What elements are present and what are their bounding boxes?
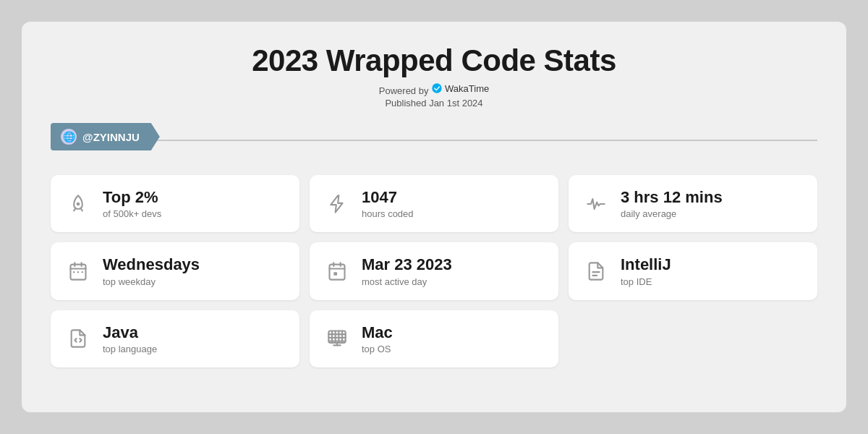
- pulse-icon: [583, 191, 609, 217]
- stat-sub-most-active-day: most active day: [362, 276, 452, 287]
- stat-sub-top-language: top language: [103, 344, 157, 354]
- wakatime-name: WakaTime: [445, 83, 489, 94]
- os-icon: [324, 326, 350, 352]
- stat-sub-hours-coded: hours coded: [362, 208, 414, 219]
- stat-sub-top-weekday: top weekday: [103, 276, 200, 287]
- stat-text-top-ide: IntelliJ top IDE: [621, 255, 671, 286]
- stat-main-top-weekday: Wednesdays: [103, 255, 200, 274]
- powered-by-text: Powered by: [379, 85, 429, 96]
- main-card: 2023 Wrapped Code Stats Powered by WakaT…: [22, 22, 846, 412]
- avatar-icon: 🌐: [61, 129, 77, 145]
- calendar2-icon: [324, 258, 350, 284]
- published-date: Published Jan 1st 2024: [51, 98, 817, 109]
- page-title: 2023 Wrapped Code Stats: [51, 43, 817, 78]
- svg-rect-13: [333, 272, 337, 276]
- code-icon: [65, 326, 91, 352]
- username-banner: 🌐 @ZYINNJU: [51, 123, 817, 158]
- lightning-icon: [324, 191, 350, 217]
- stat-card-top-percent: Top 2% of 500k+ devs: [51, 175, 299, 232]
- stat-text-most-active-day: Mar 23 2023 most active day: [362, 255, 452, 286]
- stat-card-hours-coded: 1047 hours coded: [310, 175, 558, 232]
- stat-main-top-percent: Top 2%: [103, 188, 161, 207]
- svg-point-1: [77, 202, 80, 205]
- stat-main-top-os: Mac: [362, 323, 393, 342]
- wakatime-check-icon: [431, 82, 443, 94]
- stat-text-daily-average: 3 hrs 12 mins daily average: [621, 188, 723, 219]
- stat-card-top-os: Mac top OS: [310, 310, 558, 367]
- calendar-icon: [65, 258, 91, 284]
- stat-text-top-os: Mac top OS: [362, 323, 393, 354]
- username-tag: 🌐 @ZYINNJU: [51, 123, 160, 150]
- rocket-icon: [65, 191, 91, 217]
- stat-sub-top-percent: of 500k+ devs: [103, 208, 161, 219]
- stat-main-most-active-day: Mar 23 2023: [362, 255, 452, 274]
- stat-text-top-percent: Top 2% of 500k+ devs: [103, 188, 161, 219]
- svg-point-0: [432, 83, 441, 93]
- username-text: @ZYINNJU: [82, 131, 140, 143]
- svg-rect-9: [330, 265, 345, 280]
- stat-text-top-language: Java top language: [103, 323, 157, 354]
- stat-sub-top-os: top OS: [362, 344, 393, 354]
- stat-card-most-active-day: Mar 23 2023 most active day: [310, 242, 558, 299]
- file-icon: [583, 258, 609, 284]
- header: 2023 Wrapped Code Stats Powered by WakaT…: [51, 43, 817, 109]
- stat-sub-top-ide: top IDE: [621, 276, 671, 287]
- stats-grid: Top 2% of 500k+ devs 1047 hours coded: [51, 175, 817, 367]
- wakatime-logo: WakaTime: [431, 82, 489, 94]
- stat-main-top-ide: IntelliJ: [621, 255, 671, 274]
- stat-card-top-language: Java top language: [51, 310, 299, 367]
- stat-card-top-weekday: Wednesdays top weekday: [51, 242, 299, 299]
- stat-main-hours-coded: 1047: [362, 188, 414, 207]
- stat-sub-daily-average: daily average: [621, 208, 723, 219]
- stat-text-hours-coded: 1047 hours coded: [362, 188, 414, 219]
- stat-text-top-weekday: Wednesdays top weekday: [103, 255, 200, 286]
- powered-by-line: Powered by WakaTime: [51, 82, 817, 96]
- stat-card-top-ide: IntelliJ top IDE: [569, 242, 817, 299]
- stat-main-top-language: Java: [103, 323, 157, 342]
- stat-main-daily-average: 3 hrs 12 mins: [621, 188, 723, 207]
- stat-card-daily-average: 3 hrs 12 mins daily average: [569, 175, 817, 232]
